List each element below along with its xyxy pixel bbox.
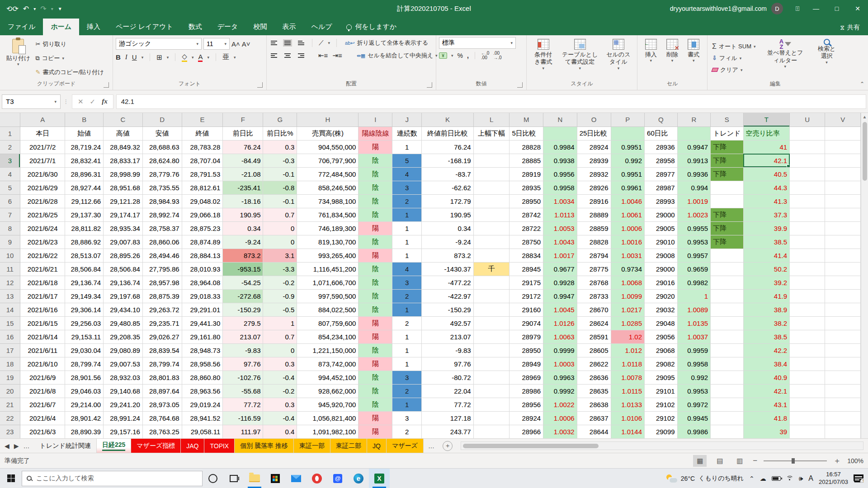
row-header-5[interactable]: 5 — [0, 181, 20, 194]
cell-J22[interactable]: 3 — [392, 411, 422, 425]
cell-D18[interactable]: 28,799.74 — [142, 357, 182, 371]
at-mail-app-icon[interactable]: @ — [327, 469, 348, 488]
cell-N13[interactable]: 0.9947 — [543, 289, 577, 303]
cell-I19[interactable]: 陰 — [359, 371, 392, 384]
new-sheet-icon[interactable]: ＋ — [443, 441, 453, 451]
cell-M6[interactable]: 28950 — [509, 194, 543, 208]
cut-button[interactable]: ✂切り取り — [34, 39, 106, 49]
cell-T20[interactable]: 42.1 — [743, 384, 790, 398]
wrap-text-button[interactable]: ab↩折り返して全体を表示する — [343, 38, 430, 48]
cell-V5[interactable] — [825, 181, 861, 194]
cell-U16[interactable] — [790, 330, 825, 343]
cell-R15[interactable]: 1.0135 — [677, 316, 711, 330]
page-break-view-icon[interactable]: ▥ — [733, 455, 746, 467]
cell-N18[interactable]: 1.0003 — [543, 357, 577, 371]
cell-A10[interactable]: 2021/6/22 — [20, 249, 65, 262]
cell-M4[interactable]: 28919 — [509, 167, 543, 181]
cell-K17[interactable]: -9.83 — [422, 343, 474, 357]
cell-I14[interactable]: 陰 — [359, 303, 392, 316]
cell-G8[interactable]: 0 — [263, 221, 297, 235]
cell-N22[interactable]: 1.0006 — [543, 411, 577, 425]
cell-P22[interactable]: 1.0106 — [611, 411, 644, 425]
cell-P2[interactable]: 0.9951 — [611, 140, 644, 154]
cell-C15[interactable]: 29,480.85 — [104, 316, 143, 330]
cell-F16[interactable]: 213.07 — [223, 330, 263, 343]
cell-N19[interactable]: 0.9963 — [543, 371, 577, 384]
minimize-button[interactable]: — — [806, 0, 826, 17]
decrease-decimal-icon[interactable]: .00→.0 — [493, 51, 501, 60]
cell-H1[interactable]: 売買高(株) — [297, 127, 359, 140]
cell-T19[interactable]: 40.9 — [743, 371, 790, 384]
cell-B8[interactable]: 28,811.82 — [65, 221, 104, 235]
cell-E19[interactable]: 28,860.80 — [182, 371, 223, 384]
battery-icon[interactable] — [772, 476, 781, 481]
tray-chevron-icon[interactable]: ⌃ — [749, 475, 755, 482]
cell-I12[interactable]: 陰 — [359, 276, 392, 289]
ribbon-tab-校閲[interactable]: 校閲 — [245, 19, 274, 35]
column-header-A[interactable]: A — [20, 113, 65, 127]
cell-T18[interactable]: 38.4 — [743, 357, 790, 371]
cell-C12[interactable]: 29,136.74 — [104, 276, 143, 289]
cell-M8[interactable]: 28722 — [509, 221, 543, 235]
cell-L12[interactable] — [473, 276, 509, 289]
cell-R5[interactable]: 0.994 — [677, 181, 711, 194]
cell-V19[interactable] — [825, 371, 861, 384]
cell-E11[interactable]: 28,010.93 — [182, 262, 223, 276]
cell-M14[interactable]: 29160 — [509, 303, 543, 316]
cell-D11[interactable]: 27,795.86 — [142, 262, 182, 276]
cell-N5[interactable]: 0.9958 — [543, 181, 577, 194]
cell-T2[interactable]: 41 — [743, 140, 790, 154]
cell-T6[interactable]: 41.3 — [743, 194, 790, 208]
sheet-tab-東証一部[interactable]: 東証一部 — [294, 439, 330, 453]
ribbon-display-options-icon[interactable]: ⍐ — [789, 0, 806, 17]
cell-M1[interactable]: 5日比較 — [509, 127, 543, 140]
cell-H3[interactable]: 706,797,900 — [297, 154, 359, 167]
font-name-combo[interactable]: 游ゴシック▾ — [116, 38, 202, 50]
taskbar-search-input[interactable]: ここに入力して検索 — [22, 471, 203, 486]
undo-icon[interactable]: ↶ — [23, 5, 29, 13]
cell-Q13[interactable]: 29020 — [645, 289, 678, 303]
cell-J23[interactable]: 2 — [392, 425, 422, 438]
cell-C5[interactable]: 28,951.68 — [104, 181, 143, 194]
column-header-G[interactable]: G — [263, 113, 297, 127]
sort-filter-button[interactable]: AZ 並べ替えとフィルター▾ — [761, 37, 810, 79]
cell-R14[interactable]: 1.0089 — [677, 303, 711, 316]
comma-format-icon[interactable]: , — [467, 52, 469, 59]
cell-R20[interactable]: 0.9953 — [677, 384, 711, 398]
cell-H7[interactable]: 761,834,500 — [297, 208, 359, 221]
cell-D14[interactable]: 29,263.72 — [142, 303, 182, 316]
cell-Q17[interactable]: 29068 — [645, 343, 678, 357]
zoom-slider-thumb[interactable] — [792, 458, 795, 464]
cell-B4[interactable]: 28,896.31 — [65, 167, 104, 181]
cell-styles-button[interactable]: セルのスタイル▾ — [603, 37, 634, 79]
cell-I3[interactable]: 陰 — [359, 154, 392, 167]
cell-S1[interactable]: トレンド — [711, 127, 743, 140]
cell-L4[interactable] — [473, 167, 509, 181]
horizontal-scrollbar[interactable] — [461, 441, 863, 450]
cell-C2[interactable]: 28,849.32 — [104, 140, 143, 154]
cell-S15[interactable] — [711, 316, 743, 330]
cell-E12[interactable]: 28,964.08 — [182, 276, 223, 289]
cell-F11[interactable]: -953.15 — [223, 262, 263, 276]
cell-H20[interactable]: 928,662,000 — [297, 384, 359, 398]
file-explorer-icon[interactable] — [244, 469, 265, 488]
cell-R2[interactable]: 0.9947 — [677, 140, 711, 154]
merge-center-button[interactable]: ⇹▦セルを結合して中央揃え▾ — [355, 51, 439, 61]
cell-E6[interactable]: 29,048.02 — [182, 194, 223, 208]
cell-H12[interactable]: 1,071,606,700 — [297, 276, 359, 289]
scroll-up-icon[interactable]: ▲ — [863, 113, 867, 121]
cell-V10[interactable] — [825, 249, 861, 262]
cell-R16[interactable]: 1.0037 — [677, 330, 711, 343]
cell-I4[interactable]: 陰 — [359, 167, 392, 181]
cell-A3[interactable]: 2021/7/1 — [20, 154, 65, 167]
align-left-icon[interactable] — [269, 52, 278, 59]
cell-N9[interactable]: 1.0043 — [543, 235, 577, 249]
cell-E14[interactable]: 29,291.01 — [182, 303, 223, 316]
cell-O16[interactable]: 28591 — [577, 330, 611, 343]
cell-R6[interactable]: 1.0019 — [677, 194, 711, 208]
cell-S23[interactable] — [711, 425, 743, 438]
cell-T21[interactable]: 43.1 — [743, 398, 790, 411]
cell-B9[interactable]: 28,886.92 — [65, 235, 104, 249]
cell-N14[interactable]: 1.0045 — [543, 303, 577, 316]
cell-U19[interactable] — [790, 371, 825, 384]
